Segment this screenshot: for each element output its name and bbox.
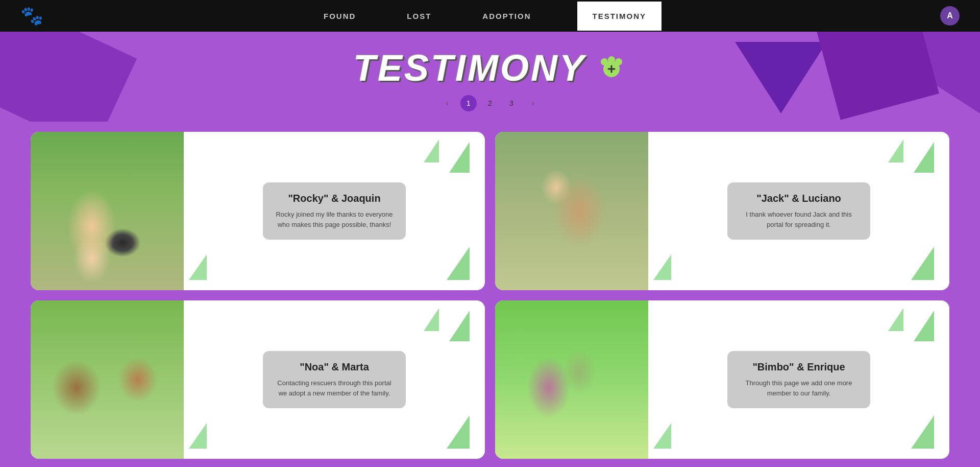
- add-paw-svg: [596, 50, 627, 80]
- testimony-bubble-1: "Rocky" & Joaquin Rocky joined my life t…: [263, 182, 406, 240]
- decor-tri-top-right2-3: [424, 308, 439, 331]
- decor-tri-bottom-right-3: [447, 415, 470, 449]
- decor-tri-top-right-3: [449, 311, 470, 341]
- testimony-text-3: Contacting rescuers through this portal …: [276, 378, 393, 398]
- testimony-bubble-3: "Noa" & Marta Contacting rescuers throug…: [263, 351, 406, 408]
- nav-links: FOUND LOST ADOPTION TESTIMONY: [318, 2, 662, 31]
- page-3-button[interactable]: 3: [503, 95, 520, 111]
- testimony-image-3: [31, 300, 184, 459]
- decor-tri-top-right2-4: [888, 308, 903, 331]
- page-1-button[interactable]: 1: [460, 95, 477, 111]
- testimonies-grid: "Rocky" & Joaquin Rocky joined my life t…: [0, 122, 980, 467]
- testimony-card-1: "Rocky" & Joaquin Rocky joined my life t…: [31, 132, 485, 290]
- card-content-4: "Bimbo" & Enrique Through this page we a…: [648, 300, 949, 459]
- testimony-image-2: [495, 132, 648, 290]
- decor-tri-bottom-right-1: [447, 247, 470, 280]
- decor-tri-top-right2-2: [888, 139, 903, 162]
- nav-testimony[interactable]: TESTIMONY: [577, 2, 662, 31]
- decor-tri-bottom-left-3: [189, 423, 207, 449]
- svg-point-3: [615, 58, 622, 65]
- decor-tri-bottom-left-4: [653, 423, 671, 449]
- page-2-button[interactable]: 2: [482, 95, 498, 111]
- nav-adoption[interactable]: ADOPTION: [477, 2, 536, 31]
- testimony-card-3: "Noa" & Marta Contacting rescuers throug…: [31, 300, 485, 459]
- nav-lost[interactable]: LOST: [402, 2, 436, 31]
- testimony-text-1: Rocky joined my life thanks to everyone …: [276, 209, 393, 229]
- card-content-3: "Noa" & Marta Contacting rescuers throug…: [184, 300, 485, 459]
- pagination: ‹ 1 2 3 ›: [0, 95, 980, 111]
- prev-page-button[interactable]: ‹: [439, 95, 455, 111]
- decor-tri-bottom-right-4: [911, 415, 934, 449]
- testimony-bubble-2: "Jack" & Luciano I thank whoever found J…: [727, 182, 870, 240]
- header-title-row: TESTIMONY: [0, 47, 980, 89]
- header-section: TESTIMONY ‹ 1 2 3 ›: [0, 32, 980, 122]
- svg-point-2: [608, 56, 615, 63]
- testimony-title-3: "Noa" & Marta: [276, 361, 393, 373]
- decor-tri-bottom-left-1: [189, 254, 207, 280]
- decor-tri-top-right-2: [914, 142, 934, 173]
- testimony-title-1: "Rocky" & Joaquin: [276, 193, 393, 204]
- user-avatar[interactable]: A: [940, 6, 960, 26]
- card-content-2: "Jack" & Luciano I thank whoever found J…: [648, 132, 949, 290]
- paw-logo-icon: 🐾: [20, 5, 43, 27]
- testimony-card-2: "Jack" & Luciano I thank whoever found J…: [495, 132, 949, 290]
- decor-tri-top-right2-1: [424, 139, 439, 162]
- decor-tri-top-right-4: [914, 311, 934, 341]
- next-page-button[interactable]: ›: [525, 95, 541, 111]
- testimony-image-4: [495, 300, 648, 459]
- testimony-bubble-4: "Bimbo" & Enrique Through this page we a…: [727, 351, 870, 408]
- page-title: TESTIMONY: [353, 47, 586, 89]
- decor-tri-bottom-left-2: [653, 254, 671, 280]
- testimony-title-4: "Bimbo" & Enrique: [740, 361, 857, 373]
- testimony-title-2: "Jack" & Luciano: [740, 193, 857, 204]
- nav-found[interactable]: FOUND: [318, 2, 361, 31]
- testimony-text-4: Through this page we add one more member…: [740, 378, 857, 398]
- add-testimony-button[interactable]: [596, 50, 627, 86]
- decor-tri-top-right-1: [449, 142, 470, 173]
- testimony-card-4: "Bimbo" & Enrique Through this page we a…: [495, 300, 949, 459]
- logo[interactable]: 🐾: [20, 5, 43, 27]
- navbar: 🐾 FOUND LOST ADOPTION TESTIMONY A: [0, 0, 980, 32]
- card-content-1: "Rocky" & Joaquin Rocky joined my life t…: [184, 132, 485, 290]
- testimony-text-2: I thank whoever found Jack and this port…: [740, 209, 857, 229]
- testimony-image-1: [31, 132, 184, 290]
- svg-point-1: [601, 58, 608, 65]
- decor-tri-bottom-right-2: [911, 247, 934, 280]
